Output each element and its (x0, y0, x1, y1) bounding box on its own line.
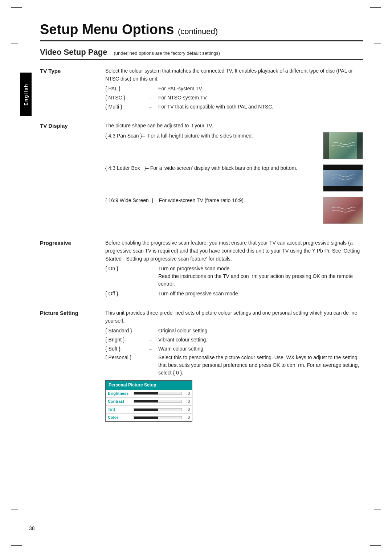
side-mark-left-top (11, 44, 18, 44)
title-rule-thick (40, 40, 363, 41)
progressive-off-desc: Turn off the progressive scan mode. (158, 290, 363, 298)
ps-bar-brightness (134, 392, 182, 395)
tv-type-ntsc-desc: For NTSC-system TV. (158, 94, 363, 102)
section-header: Video Setup Page (underlined options are… (40, 48, 363, 60)
tv-type-option-multi: { Multi } – For TV that is compatible wi… (105, 103, 363, 111)
picture-setting-description: This unit provides three prede ned sets … (105, 309, 363, 325)
setting-label-progressive: Progressive (40, 239, 105, 246)
ps-bar-color (134, 416, 182, 419)
progressive-off-key: { Off } (105, 290, 149, 298)
picture-bright-desc: Vibrant colour setting. (158, 336, 363, 344)
page-container: English Setup Menu Options (continued) V… (0, 0, 392, 553)
tv-type-multi-desc: For TV that is compatible with both PAL … (158, 103, 363, 111)
tv-type-pal-key: { PAL } (105, 85, 149, 93)
setting-row-tv-display: TV Display The picture shape can be adju… (40, 122, 363, 229)
ps-bar-tint (134, 408, 182, 411)
ps-bar-fill-color (134, 417, 158, 419)
picture-setting-option-bright: { Bright } – Vibrant colour setting. (105, 336, 363, 344)
setting-content-picture-setting: This unit provides three prede ned sets … (105, 309, 363, 422)
tv-display-pan-scan-text: { 4:3 Pan Scan }– For a full-height pict… (105, 132, 317, 140)
picture-setting-option-standard: { Standard } – Original colour setting. (105, 327, 363, 335)
tv-type-pal-desc: For PAL-system TV. (158, 85, 363, 93)
setting-content-progressive: Before enabling the progressive scan fea… (105, 239, 363, 299)
page-number: 38 (29, 525, 35, 531)
language-tab-label: English (23, 83, 29, 106)
title-rule-thin (40, 43, 363, 43)
ps-label-contrast: Contrast (108, 398, 131, 405)
tv-display-description: The picture shape can be adjusted to t y… (105, 122, 363, 130)
corner-mark-br (370, 535, 381, 546)
progressive-description: Before enabling the progressive scan fea… (105, 239, 363, 263)
side-mark-left-bottom (11, 509, 18, 509)
setting-label-tv-display: TV Display (40, 122, 105, 129)
setting-row-picture-setting: Picture Setting This unit provides three… (40, 309, 363, 422)
tv-type-description: Select the colour system that matches th… (105, 67, 363, 83)
personal-setup-title: Personal Picture Setup (106, 381, 192, 390)
side-mark-right-bottom (374, 509, 381, 509)
setting-label-picture-setting: Picture Setting (40, 309, 105, 316)
ps-bar-fill-contrast (134, 400, 158, 402)
corner-mark-tl (11, 7, 22, 18)
page-title: Setup Menu Options (continued) (40, 22, 363, 37)
title-continued: (continued) (178, 27, 218, 36)
section-title: Video Setup Page (40, 48, 107, 57)
language-tab: English (20, 73, 32, 116)
picture-bright-key: { Bright } (105, 336, 149, 344)
setting-row-progressive: Progressive Before enabling the progress… (40, 239, 363, 299)
picture-soft-key: { Soft } (105, 345, 149, 353)
setting-label-tv-type: TV Type (40, 67, 105, 74)
progressive-on-key: { On } (105, 265, 149, 273)
ps-bar-contrast (134, 400, 182, 403)
corner-mark-bl (11, 535, 22, 546)
tv-display-wide-screen: { 16:9 Wide Screen } – For wide-screen T… (105, 197, 363, 224)
tv-display-letter-box-thumb (323, 164, 363, 192)
tv-display-letter-box: { 4:3 Letter Box }– For a 'wide-screen' … (105, 164, 363, 192)
picture-setting-option-soft: { Soft } – Warm colour setting. (105, 345, 363, 353)
picture-personal-desc: Select this to personalise the picture c… (158, 354, 363, 377)
progressive-on-desc: Turn on progressive scan mode.Read the i… (158, 265, 363, 288)
setting-content-tv-type: Select the colour system that matches th… (105, 67, 363, 112)
personal-picture-setup-box: Personal Picture Setup Brightness 0 Cont… (105, 380, 192, 422)
tv-display-wide-screen-thumb (323, 197, 363, 224)
tv-type-option-ntsc: { NTSC } – For NTSC-system TV. (105, 94, 363, 102)
personal-setup-row-contrast: Contrast 0 (106, 398, 192, 406)
personal-setup-row-brightness: Brightness 0 (106, 390, 192, 398)
section-subtitle: (underlined options are the factory defa… (114, 50, 220, 56)
title-text: Setup Menu Options (40, 22, 174, 37)
ps-value-contrast: 0 (184, 398, 190, 405)
ps-label-brightness: Brightness (108, 390, 131, 397)
progressive-option-off: { Off } – Turn off the progressive scan … (105, 290, 363, 298)
corner-mark-tr (370, 7, 381, 18)
progressive-option-on: { On } – Turn on progressive scan mode.R… (105, 265, 363, 288)
ps-value-color: 0 (184, 414, 190, 421)
side-mark-right-top (374, 44, 381, 44)
picture-personal-key: { Personal } (105, 354, 149, 362)
picture-standard-key: { Standard } (105, 327, 149, 335)
tv-display-pan-scan: { 4:3 Pan Scan }– For a full-height pict… (105, 132, 363, 159)
tv-type-ntsc-key: { NTSC } (105, 94, 149, 102)
ps-value-brightness: 0 (184, 390, 190, 397)
ps-label-tint: Tint (108, 406, 131, 413)
tv-display-letter-box-text: { 4:3 Letter Box }– For a 'wide-screen' … (105, 164, 317, 172)
tv-type-option-pal: { PAL } – For PAL-system TV. (105, 85, 363, 93)
content-area: TV Type Select the colour system that ma… (40, 67, 363, 422)
picture-setting-option-personal: { Personal } – Select this to personalis… (105, 354, 363, 377)
ps-bar-fill-brightness (134, 392, 158, 394)
ps-value-tint: 0 (184, 406, 190, 413)
personal-setup-row-color: Color 0 (106, 414, 192, 421)
ps-bar-fill-tint (134, 409, 158, 411)
tv-display-pan-scan-thumb (323, 132, 363, 159)
picture-standard-desc: Original colour setting. (158, 327, 363, 335)
setting-content-tv-display: The picture shape can be adjusted to t y… (105, 122, 363, 229)
ps-label-color: Color (108, 414, 131, 421)
setting-row-tv-type: TV Type Select the colour system that ma… (40, 67, 363, 112)
tv-type-multi-key: { Multi } (105, 103, 149, 111)
tv-display-wide-screen-text: { 16:9 Wide Screen } – For wide-screen T… (105, 197, 317, 204)
personal-setup-row-tint: Tint 0 (106, 406, 192, 414)
picture-soft-desc: Warm colour setting. (158, 345, 363, 353)
